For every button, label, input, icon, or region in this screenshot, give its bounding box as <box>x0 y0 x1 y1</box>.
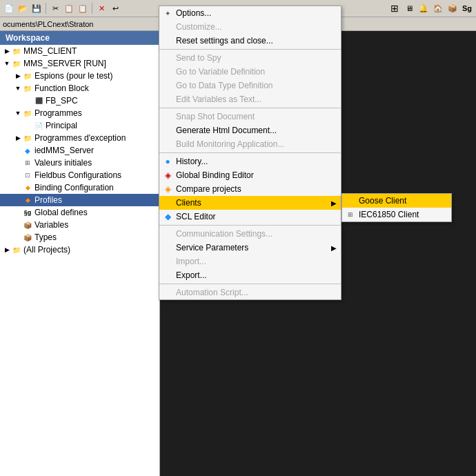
menu-item-automation-script-label: Automation Script... <box>176 288 248 297</box>
menu-item-clients[interactable]: Clients ▶ <box>159 196 341 210</box>
menu-separator-1 <box>159 49 341 50</box>
menu-item-send-spy-label: Send to Spy <box>176 53 221 63</box>
menu-item-history-label: History... <box>176 157 208 166</box>
menu-item-options[interactable]: ✦ Options... <box>159 6 341 20</box>
global-binding-icon: ◈ <box>162 170 173 181</box>
menu-item-export-label: Export... <box>176 270 207 280</box>
menu-item-clients-label: Clients <box>176 198 201 208</box>
menu-item-compare-label: Compare projects <box>176 184 241 194</box>
menu-separator-3 <box>159 152 341 153</box>
menu-item-snapshot-label: Snap Shot Document <box>176 112 255 121</box>
menu-item-global-binding-label: Global Binding Editor <box>176 170 254 180</box>
clients-submenu: Goose Client ⊞ IEC61850 Client <box>341 193 452 222</box>
iec61850-icon: ⊞ <box>345 209 356 220</box>
menu-item-go-var[interactable]: Go to Variable Definition <box>159 65 341 79</box>
context-menu-overlay: ✦ Options... Customize... Reset settings… <box>0 0 476 476</box>
menu-item-customize-label: Customize... <box>176 22 222 32</box>
menu-item-scl-editor-label: SCL Editor <box>176 212 216 221</box>
menu-item-go-type[interactable]: Go to Data Type Definition <box>159 79 341 92</box>
menu-item-scl-editor[interactable]: ◆ SCL Editor <box>159 210 341 224</box>
options-icon: ✦ <box>162 8 173 19</box>
menu-separator-5 <box>159 284 341 284</box>
history-icon: ● <box>162 156 173 167</box>
menu-item-build-monitor[interactable]: Build Monitoring Application... <box>159 137 341 151</box>
menu-item-comm-settings-label: Communication Settings... <box>176 229 272 239</box>
menu-item-gen-html-label: Generate Html Document... <box>176 126 277 135</box>
submenu-item-iec61850-label: IEC61850 Client <box>359 210 419 219</box>
compare-icon: ◈ <box>162 184 173 195</box>
app-window: 📄 📂 💾 ✂ 📋 📋 ✕ ↩ ⊞ 🖥 🔔 🏠 📦 Sg ocuments\PL… <box>0 0 476 476</box>
menu-item-snapshot[interactable]: Snap Shot Document <box>159 110 341 123</box>
menu-item-service-params-label: Service Parameters <box>176 243 248 252</box>
menu-item-import[interactable]: Import... <box>159 255 341 268</box>
menu-item-compare[interactable]: ◈ Compare projects <box>159 182 341 196</box>
menu-item-go-type-label: Go to Data Type Definition <box>176 81 273 90</box>
clients-submenu-arrow: ▶ <box>331 199 337 207</box>
menu-item-go-var-label: Go to Variable Definition <box>176 67 265 77</box>
submenu-item-goose-client-label: Goose Client <box>359 196 406 206</box>
menu-separator-2 <box>159 108 341 108</box>
service-params-arrow: ▶ <box>331 244 337 252</box>
menu-item-comm-settings[interactable]: Communication Settings... <box>159 227 341 241</box>
menu-item-history[interactable]: ● History... <box>159 155 341 168</box>
menu-item-service-params[interactable]: Service Parameters ▶ <box>159 241 341 255</box>
menu-item-edit-text-label: Edit Variables as Text... <box>176 95 261 104</box>
submenu-item-goose-client[interactable]: Goose Client <box>342 194 451 208</box>
scl-editor-icon: ◆ <box>162 211 173 222</box>
menu-item-import-label: Import... <box>176 257 206 266</box>
menu-item-build-monitor-label: Build Monitoring Application... <box>176 139 284 149</box>
menu-item-send-spy[interactable]: Send to Spy <box>159 51 341 65</box>
menu-item-gen-html[interactable]: Generate Html Document... <box>159 123 341 137</box>
menu-separator-4 <box>159 225 341 226</box>
menu-item-customize[interactable]: Customize... <box>159 20 341 34</box>
submenu-item-iec61850-client[interactable]: ⊞ IEC61850 Client <box>342 208 451 221</box>
menu-item-options-label: Options... <box>176 8 211 18</box>
menu-item-automation-script[interactable]: Automation Script... <box>159 286 341 299</box>
menu-item-export[interactable]: Export... <box>159 268 341 282</box>
menu-item-reset[interactable]: Reset settings and close... <box>159 34 341 48</box>
menu-item-edit-text[interactable]: Edit Variables as Text... <box>159 92 341 106</box>
context-menu: ✦ Options... Customize... Reset settings… <box>159 6 341 300</box>
menu-item-global-binding[interactable]: ◈ Global Binding Editor <box>159 168 341 182</box>
menu-item-reset-label: Reset settings and close... <box>176 36 273 46</box>
